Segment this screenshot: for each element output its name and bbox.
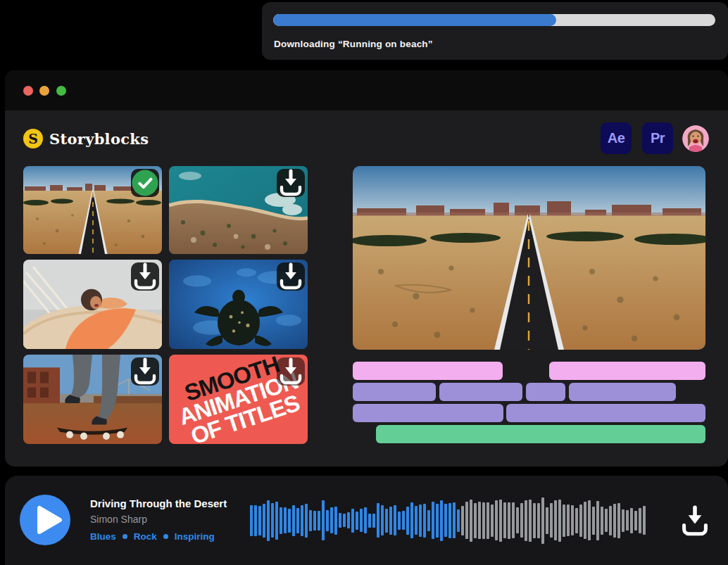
- waveform-bar: [503, 502, 506, 538]
- download-badge[interactable]: [277, 262, 305, 291]
- download-badge[interactable]: [131, 357, 159, 386]
- download-badge[interactable]: [277, 357, 305, 386]
- storyblocks-logo-icon: S: [23, 129, 43, 148]
- premiere-pro-button[interactable]: Pr: [642, 122, 673, 154]
- waveform-bar: [271, 503, 274, 538]
- waveform-bar: [296, 508, 299, 533]
- waveform-bar: [617, 503, 620, 538]
- play-button[interactable]: [20, 495, 70, 545]
- waveform-bar: [533, 503, 536, 538]
- waveform-bar: [554, 500, 557, 540]
- waveform-bar: [588, 500, 591, 540]
- waveform-bar: [601, 507, 603, 535]
- waveform-bar: [292, 505, 295, 536]
- timeline-clip[interactable]: [526, 383, 565, 401]
- traffic-light-minimize[interactable]: [39, 86, 49, 96]
- download-notification-text: Downloading “Running on beach”: [274, 39, 433, 49]
- waveform-bar: [343, 514, 346, 527]
- waveform-bar: [301, 505, 303, 536]
- waveform-bar: [410, 502, 413, 538]
- audio-player-bar: Driving Through the Desert Simon Sharp B…: [5, 476, 728, 565]
- download-icon: [131, 262, 159, 291]
- waveform-bar: [609, 506, 612, 535]
- waveform-bar: [520, 503, 523, 538]
- track-download-button[interactable]: [678, 503, 712, 538]
- timeline-clip[interactable]: [549, 362, 705, 380]
- waveform-bar: [558, 500, 561, 542]
- waveform-bar: [381, 505, 384, 535]
- waveform-bar: [258, 506, 261, 535]
- waveform-bar: [516, 507, 519, 533]
- waveform-bar: [432, 502, 434, 539]
- check-icon: [131, 169, 159, 197]
- waveform-bar: [453, 502, 456, 538]
- timeline-clip[interactable]: [569, 383, 676, 401]
- thumb-skateboarder[interactable]: [23, 355, 162, 444]
- waveform-bar: [436, 504, 439, 538]
- thumb-titles-template[interactable]: SMOOTH ANIMATION OF TITLES: [169, 355, 308, 444]
- waveform-bar: [643, 506, 646, 535]
- waveform-bar: [402, 511, 405, 530]
- waveform-bar: [630, 508, 633, 533]
- waveform-bar: [263, 504, 265, 538]
- waveform-bar: [457, 509, 460, 532]
- waveform-bar: [313, 511, 316, 531]
- waveform-bar: [470, 500, 472, 542]
- traffic-light-zoom[interactable]: [56, 86, 66, 96]
- timeline-clip[interactable]: [353, 362, 503, 380]
- timeline-tracks: [353, 362, 705, 446]
- timeline-clip[interactable]: [439, 383, 522, 401]
- thumb-hammock[interactable]: [23, 260, 162, 349]
- download-icon: [277, 169, 305, 197]
- waveform-bar: [448, 503, 451, 538]
- waveform-bar: [334, 507, 337, 535]
- downloaded-badge: [131, 169, 159, 197]
- waveform-bar: [546, 507, 548, 534]
- waveform-bar: [474, 503, 477, 538]
- waveform-bar: [326, 510, 329, 531]
- waveform-bar: [275, 502, 278, 540]
- waveform-bar: [639, 508, 641, 533]
- waveform-bar: [254, 505, 257, 536]
- waveform-bar: [309, 510, 312, 531]
- timeline-clip[interactable]: [506, 404, 705, 422]
- waveform-bar: [288, 509, 291, 533]
- waveform-bar: [592, 507, 595, 535]
- video-preview[interactable]: [353, 166, 705, 350]
- tag-inspiring[interactable]: Inspiring: [175, 531, 215, 542]
- waveform-bar: [423, 504, 426, 538]
- waveform-bar: [579, 504, 582, 537]
- waveform-bar: [250, 505, 253, 536]
- waveform-bar: [318, 511, 320, 531]
- waveform-bar: [541, 497, 544, 544]
- waveform-bar: [351, 509, 354, 533]
- download-badge[interactable]: [131, 262, 159, 291]
- timeline-clip[interactable]: [376, 425, 705, 443]
- tag-rock[interactable]: Rock: [134, 531, 157, 542]
- download-icon: [277, 262, 305, 291]
- waveform-bar: [406, 507, 409, 535]
- waveform-bar: [284, 507, 287, 533]
- waveform-bar: [356, 512, 358, 530]
- user-avatar[interactable]: [682, 125, 709, 152]
- download-icon: [131, 357, 159, 386]
- thumb-sea-turtle[interactable]: [169, 260, 308, 349]
- brand-title: Storyblocks: [49, 129, 149, 149]
- after-effects-button[interactable]: Ae: [601, 122, 632, 154]
- traffic-light-close[interactable]: [23, 86, 33, 96]
- waveform-bar: [487, 502, 489, 539]
- waveform[interactable]: [250, 476, 650, 565]
- tag-blues[interactable]: Blues: [90, 531, 116, 542]
- waveform-bar: [465, 502, 468, 539]
- download-icon: [681, 505, 709, 536]
- waveform-bar: [584, 502, 586, 539]
- download-badge[interactable]: [277, 169, 305, 197]
- thumb-coastal-aerial[interactable]: [169, 166, 308, 254]
- timeline-clip[interactable]: [353, 404, 503, 422]
- waveform-bar: [563, 504, 565, 537]
- waveform-bar: [495, 500, 498, 540]
- timeline-clip[interactable]: [353, 383, 436, 401]
- waveform-bar: [478, 502, 481, 539]
- waveform-bar: [385, 509, 388, 533]
- thumb-desert-road[interactable]: [23, 166, 162, 254]
